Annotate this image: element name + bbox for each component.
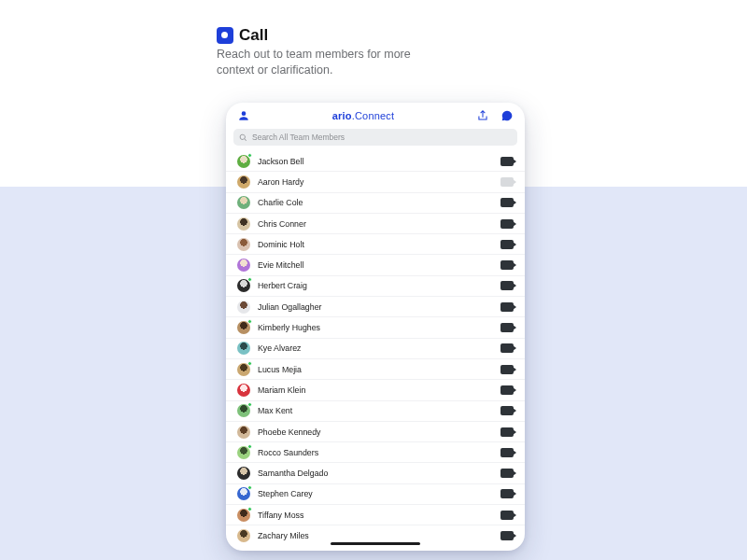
device-frame: ario.Connect Search All Team Members Jac… xyxy=(226,103,525,551)
search-input[interactable]: Search All Team Members xyxy=(233,129,517,146)
share-icon[interactable] xyxy=(476,109,489,122)
member-name: Julian Ogallagher xyxy=(258,302,500,312)
headline-subtitle: Reach out to team members for more conte… xyxy=(217,47,431,78)
presence-indicator xyxy=(247,444,252,449)
video-call-button[interactable] xyxy=(500,219,514,229)
member-name: Kimberly Hughes xyxy=(258,323,500,332)
member-row[interactable]: Evie Mitchell xyxy=(226,255,525,275)
avatar xyxy=(237,363,250,376)
home-indicator xyxy=(331,542,420,545)
avatar xyxy=(237,509,250,522)
avatar xyxy=(237,446,250,459)
avatar xyxy=(237,196,250,209)
avatar xyxy=(237,487,250,500)
avatar xyxy=(237,384,250,397)
avatar xyxy=(237,279,250,292)
video-call-button[interactable] xyxy=(500,343,514,353)
avatar xyxy=(237,175,250,189)
profile-icon[interactable] xyxy=(237,109,250,122)
member-name: Jackson Bell xyxy=(258,157,500,166)
member-row[interactable]: Mariam Klein xyxy=(226,380,525,400)
avatar xyxy=(237,404,250,417)
member-row[interactable]: Stephen Carey xyxy=(226,484,525,505)
video-call-button[interactable] xyxy=(500,302,514,312)
presence-indicator xyxy=(247,402,252,407)
member-row[interactable]: Dominic Holt xyxy=(226,234,525,255)
app-brand: ario.Connect xyxy=(332,110,395,121)
member-row[interactable]: Kye Alvarez xyxy=(226,339,525,359)
video-call-button[interactable] xyxy=(500,385,514,395)
video-call-button xyxy=(500,177,514,187)
video-call-button[interactable] xyxy=(500,260,514,270)
member-name: Stephen Carey xyxy=(258,489,500,498)
member-row[interactable]: Chris Conner xyxy=(226,214,525,234)
member-name: Zachary Miles xyxy=(258,531,500,540)
member-name: Aaron Hardy xyxy=(258,177,500,187)
search-icon xyxy=(239,133,247,142)
brand-primary: ario xyxy=(332,110,352,121)
presence-indicator xyxy=(247,153,252,158)
video-call-button[interactable] xyxy=(500,427,514,437)
member-row[interactable]: Rocco Saunders xyxy=(226,442,525,463)
avatar xyxy=(237,342,250,355)
presence-indicator xyxy=(247,361,252,366)
app-topbar: ario.Connect xyxy=(226,103,525,129)
avatar xyxy=(237,426,250,439)
video-call-button[interactable] xyxy=(500,240,514,249)
member-name: Dominic Holt xyxy=(258,240,500,249)
member-row[interactable]: Lucus Mejia xyxy=(226,359,525,380)
avatar xyxy=(237,321,250,334)
avatar xyxy=(237,301,250,314)
member-row[interactable]: Samantha Delgado xyxy=(226,463,525,483)
avatar xyxy=(237,259,250,272)
video-call-button[interactable] xyxy=(500,469,514,478)
member-row[interactable]: Tiffany Moss xyxy=(226,505,525,525)
avatar xyxy=(237,529,250,542)
member-list: Jackson BellAaron HardyCharlie ColeChris… xyxy=(226,151,525,551)
member-row[interactable]: Herbert Craig xyxy=(226,276,525,297)
presence-indicator xyxy=(247,319,252,324)
member-name: Herbert Craig xyxy=(258,281,500,290)
video-call-button[interactable] xyxy=(500,448,514,457)
member-name: Tiffany Moss xyxy=(258,511,500,520)
member-name: Charlie Cole xyxy=(258,198,500,207)
headline: Call xyxy=(217,26,268,45)
presence-indicator xyxy=(247,277,252,282)
chat-icon[interactable] xyxy=(500,109,514,122)
video-call-button[interactable] xyxy=(500,365,514,374)
member-row[interactable]: Jackson Bell xyxy=(226,151,525,172)
member-name: Samantha Delgado xyxy=(258,469,500,478)
video-call-button[interactable] xyxy=(500,511,514,520)
video-call-button[interactable] xyxy=(500,157,514,166)
brand-secondary: .Connect xyxy=(352,110,395,121)
member-row[interactable]: Max Kent xyxy=(226,401,525,422)
member-name: Mariam Klein xyxy=(258,385,500,395)
member-row[interactable]: Julian Ogallagher xyxy=(226,297,525,317)
member-row[interactable]: Charlie Cole xyxy=(226,193,525,214)
video-call-button[interactable] xyxy=(500,281,514,290)
member-name: Lucus Mejia xyxy=(258,365,500,374)
avatar xyxy=(237,238,250,251)
member-name: Evie Mitchell xyxy=(258,260,500,270)
member-name: Chris Conner xyxy=(258,219,500,229)
member-name: Rocco Saunders xyxy=(258,448,500,457)
video-call-button[interactable] xyxy=(500,323,514,332)
search-placeholder: Search All Team Members xyxy=(252,133,345,142)
member-row[interactable]: Phoebe Kennedy xyxy=(226,422,525,442)
member-row[interactable]: Aaron Hardy xyxy=(226,172,525,192)
member-name: Max Kent xyxy=(258,406,500,415)
member-name: Kye Alvarez xyxy=(258,343,500,353)
presence-indicator xyxy=(247,485,252,490)
video-call-button[interactable] xyxy=(500,531,514,540)
video-call-button[interactable] xyxy=(500,489,514,498)
app-logo-icon xyxy=(217,27,233,44)
video-call-button[interactable] xyxy=(500,198,514,207)
member-name: Phoebe Kennedy xyxy=(258,427,500,437)
headline-title: Call xyxy=(239,26,268,45)
presence-indicator xyxy=(247,507,252,511)
avatar xyxy=(237,217,250,231)
avatar xyxy=(237,155,250,168)
video-call-button[interactable] xyxy=(500,406,514,415)
avatar xyxy=(237,467,250,480)
member-row[interactable]: Kimberly Hughes xyxy=(226,317,525,338)
